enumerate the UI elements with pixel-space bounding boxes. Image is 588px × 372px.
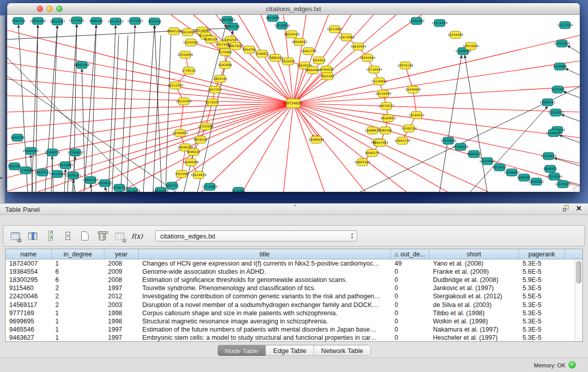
graph-node-label: 20206576	[45, 150, 60, 154]
citation-edge-red[interactable]	[7, 103, 293, 178]
graph-node-label: 12923462	[124, 189, 140, 192]
citation-edge-red[interactable]	[293, 35, 580, 103]
graph-node-label: 2867608	[229, 44, 243, 48]
new-document-icon[interactable]	[78, 229, 92, 243]
citation-edge-red[interactable]	[293, 103, 580, 186]
citation-edge-red[interactable]	[180, 101, 184, 133]
graph-node-label: 12213383	[168, 83, 184, 87]
citation-edge-red[interactable]	[120, 103, 293, 192]
table-row[interactable]: 1830029562008Estimation of significance …	[6, 276, 575, 284]
table-cell: Wolkin et al. (1998)	[429, 317, 519, 325]
column-header-name[interactable]: name	[6, 249, 52, 259]
column-header-in_degree[interactable]: in_degree	[52, 249, 104, 259]
table-row[interactable]: 969969511998Structural magnetic resonanc…	[6, 317, 575, 325]
citation-edge-red[interactable]	[293, 103, 580, 138]
select-columns-icon[interactable]	[43, 229, 57, 243]
table-row[interactable]: 946554611997Estimation of the future num…	[6, 325, 575, 334]
citation-edge-black[interactable]	[465, 55, 487, 192]
tab-edge-table[interactable]: Edge Table	[266, 345, 314, 356]
citation-edge-black[interactable]	[563, 92, 580, 98]
citation-edge-black[interactable]	[91, 25, 96, 192]
scrollbar-thumb[interactable]	[576, 261, 581, 283]
citation-edge-red[interactable]	[293, 103, 365, 192]
graph-node-label: 2718120	[182, 69, 196, 72]
table-row[interactable]: 977716911998Corpus callosum shape and si…	[6, 309, 575, 317]
citation-edge-red[interactable]	[293, 86, 580, 103]
citation-edge-red[interactable]	[293, 103, 580, 163]
citation-edge-black[interactable]	[153, 35, 161, 192]
split-view-icon[interactable]	[61, 229, 74, 243]
float-window-icon[interactable]	[563, 205, 570, 212]
table-row[interactable]: 1456911722003Disruption of a novel membe…	[6, 300, 575, 309]
citation-edge-black[interactable]	[45, 26, 57, 192]
citation-edge-black[interactable]	[105, 187, 106, 192]
splitter-grip-icon[interactable]: ▴	[294, 203, 296, 207]
citation-edge-black[interactable]	[568, 46, 580, 53]
citation-edge-black[interactable]	[184, 24, 226, 192]
graph-node-label: 16053809	[220, 18, 235, 21]
citation-edge-black[interactable]	[112, 35, 119, 192]
node-attribute-table[interactable]: namein_degreeyeartitle△out_de...shortpag…	[5, 249, 583, 342]
graph-node-label: 7515526	[148, 19, 162, 23]
citation-edge-red[interactable]	[293, 15, 306, 103]
table-vertical-scrollbar[interactable]	[575, 259, 582, 341]
citation-edge-black[interactable]	[440, 55, 462, 192]
citation-edge-red[interactable]	[293, 61, 580, 103]
combobox-stepper-icon[interactable]: ▲▼	[351, 232, 354, 239]
delete-trash-icon[interactable]	[96, 229, 109, 243]
table-row[interactable]: 946362711997Embryonic stem cells: a mode…	[6, 334, 575, 342]
table-row[interactable]: 2242004622012Investigating the contribut…	[6, 292, 575, 300]
citation-edge-red[interactable]	[202, 103, 293, 192]
graph-node-label: 20691406	[30, 19, 46, 23]
citation-edge-red[interactable]	[293, 103, 324, 192]
table-cell: 1	[52, 334, 104, 342]
column-header-short[interactable]: short	[429, 249, 519, 259]
graph-node-label: 18325419	[284, 32, 300, 36]
citation-edge-black[interactable]	[561, 115, 580, 121]
column-header-title[interactable]: title	[139, 249, 391, 259]
table-cell: 1997	[104, 284, 139, 292]
table-body[interactable]: 1872400712008Changes of HCN gene express…	[6, 259, 575, 341]
citation-edge-black[interactable]	[143, 26, 155, 192]
citation-edge-red[interactable]	[7, 103, 293, 112]
graph-node-label: 15885209	[268, 56, 284, 59]
table-settings-icon[interactable]	[9, 229, 22, 243]
table-cell: 19384554	[6, 268, 52, 276]
tab-node-table[interactable]: Node Table	[217, 345, 266, 356]
table-panel-header[interactable]: Table Panel ▴ ✕	[0, 203, 588, 215]
network-view-window[interactable]: citations_edges.txt 93557242069140610653…	[7, 3, 580, 192]
expand-panel-icon[interactable]: ▸	[1, 175, 3, 180]
table-row[interactable]: 1938455462009Genome-wide association stu…	[6, 268, 575, 276]
graph-node-label: 10991278	[395, 139, 410, 142]
left-panel-collapsed-strip[interactable]: ▸	[0, 15, 5, 203]
table-row[interactable]: 911546021997Tourette syndrome. Phenomeno…	[6, 284, 575, 292]
function-builder-icon[interactable]	[130, 229, 144, 243]
tab-network-table[interactable]: Network Table	[314, 345, 371, 356]
graph-node-label: 18724007	[285, 101, 301, 105]
citation-edge-black[interactable]	[554, 158, 580, 166]
memory-status-icon[interactable]	[569, 361, 576, 368]
citation-edge-black[interactable]	[565, 69, 580, 75]
column-header-out_de[interactable]: △out_de...	[391, 249, 429, 259]
graph-node-label: 7955812	[312, 58, 326, 62]
citation-network-graph[interactable]: 9355724206914061065328715276021646616010…	[7, 15, 580, 192]
window-resize-grip[interactable]	[573, 185, 579, 191]
table-selector-combobox[interactable]: citations_edges.txt ▲▼	[155, 230, 357, 242]
citation-edge-red[interactable]	[293, 103, 580, 112]
citation-edge-black[interactable]	[121, 35, 128, 192]
citation-edge-red[interactable]	[7, 47, 293, 103]
table-row[interactable]: 1872400712008Changes of HCN gene express…	[6, 259, 575, 268]
close-panel-icon[interactable]: ✕	[576, 205, 582, 212]
network-canvas[interactable]: 9355724206914061065328715276021646616010…	[7, 15, 580, 192]
citation-edge-red[interactable]	[284, 103, 293, 192]
graph-node-label: 16164212	[409, 113, 425, 117]
citation-edge-black[interactable]	[155, 26, 162, 192]
column-header-year[interactable]: year	[104, 249, 139, 259]
graph-node-label: 9355724	[12, 19, 26, 23]
column-header-pagerank[interactable]: pagerank	[519, 249, 565, 259]
column-chooser-icon[interactable]	[26, 229, 39, 243]
graph-node-label: 9170031	[206, 100, 220, 104]
citation-edge-black[interactable]	[166, 35, 171, 184]
window-titlebar[interactable]: citations_edges.txt	[7, 3, 580, 15]
graph-node-label: 8813054	[266, 16, 280, 19]
